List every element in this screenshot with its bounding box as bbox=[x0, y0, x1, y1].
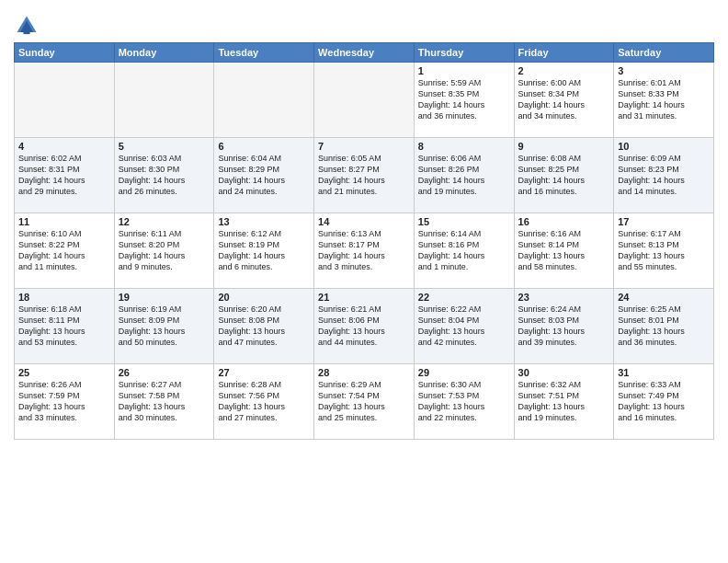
week-row-2: 4Sunrise: 6:02 AM Sunset: 8:31 PM Daylig… bbox=[15, 138, 714, 213]
calendar-cell: 14Sunrise: 6:13 AM Sunset: 8:17 PM Dayli… bbox=[314, 213, 415, 289]
svg-rect-2 bbox=[24, 31, 30, 35]
day-number: 7 bbox=[318, 141, 410, 152]
day-info: Sunrise: 6:05 AM Sunset: 8:27 PM Dayligh… bbox=[318, 153, 410, 198]
day-number: 24 bbox=[618, 292, 710, 303]
calendar-cell: 10Sunrise: 6:09 AM Sunset: 8:23 PM Dayli… bbox=[614, 138, 714, 213]
calendar-cell: 18Sunrise: 6:18 AM Sunset: 8:11 PM Dayli… bbox=[15, 289, 115, 364]
day-number: 28 bbox=[318, 367, 410, 378]
day-number: 21 bbox=[318, 292, 410, 303]
calendar-cell: 15Sunrise: 6:14 AM Sunset: 8:16 PM Dayli… bbox=[414, 213, 514, 289]
calendar-cell: 26Sunrise: 6:27 AM Sunset: 7:58 PM Dayli… bbox=[114, 364, 214, 440]
calendar-cell: 7Sunrise: 6:05 AM Sunset: 8:27 PM Daylig… bbox=[314, 138, 415, 213]
day-info: Sunrise: 6:18 AM Sunset: 8:11 PM Dayligh… bbox=[18, 304, 110, 349]
day-number: 31 bbox=[618, 367, 710, 378]
day-info: Sunrise: 6:00 AM Sunset: 8:34 PM Dayligh… bbox=[518, 77, 610, 122]
day-info: Sunrise: 6:24 AM Sunset: 8:03 PM Dayligh… bbox=[518, 304, 610, 349]
week-row-1: 1Sunrise: 5:59 AM Sunset: 8:35 PM Daylig… bbox=[15, 63, 714, 138]
calendar-cell: 25Sunrise: 6:26 AM Sunset: 7:59 PM Dayli… bbox=[15, 364, 115, 440]
day-number: 4 bbox=[18, 141, 110, 152]
day-info: Sunrise: 6:17 AM Sunset: 8:13 PM Dayligh… bbox=[618, 228, 710, 273]
day-number: 26 bbox=[119, 367, 210, 378]
day-number: 10 bbox=[618, 141, 710, 152]
day-info: Sunrise: 6:26 AM Sunset: 7:59 PM Dayligh… bbox=[18, 379, 110, 424]
day-info: Sunrise: 6:08 AM Sunset: 8:25 PM Dayligh… bbox=[518, 153, 610, 198]
day-info: Sunrise: 6:19 AM Sunset: 8:09 PM Dayligh… bbox=[119, 304, 210, 349]
weekday-header-monday: Monday bbox=[114, 43, 214, 63]
day-info: Sunrise: 6:06 AM Sunset: 8:26 PM Dayligh… bbox=[418, 153, 510, 198]
calendar-cell: 24Sunrise: 6:25 AM Sunset: 8:01 PM Dayli… bbox=[614, 289, 714, 364]
day-number: 8 bbox=[418, 141, 510, 152]
day-number: 25 bbox=[18, 367, 110, 378]
weekday-header-wednesday: Wednesday bbox=[314, 43, 415, 63]
day-info: Sunrise: 6:14 AM Sunset: 8:16 PM Dayligh… bbox=[418, 228, 510, 273]
calendar-cell: 8Sunrise: 6:06 AM Sunset: 8:26 PM Daylig… bbox=[414, 138, 514, 213]
calendar-cell: 28Sunrise: 6:29 AM Sunset: 7:54 PM Dayli… bbox=[314, 364, 415, 440]
week-row-5: 25Sunrise: 6:26 AM Sunset: 7:59 PM Dayli… bbox=[15, 364, 714, 440]
day-info: Sunrise: 6:11 AM Sunset: 8:20 PM Dayligh… bbox=[119, 228, 210, 273]
calendar-cell: 31Sunrise: 6:33 AM Sunset: 7:49 PM Dayli… bbox=[614, 364, 714, 440]
day-info: Sunrise: 6:25 AM Sunset: 8:01 PM Dayligh… bbox=[618, 304, 710, 349]
day-info: Sunrise: 6:09 AM Sunset: 8:23 PM Dayligh… bbox=[618, 153, 710, 198]
day-info: Sunrise: 6:30 AM Sunset: 7:53 PM Dayligh… bbox=[418, 379, 510, 424]
calendar-cell: 21Sunrise: 6:21 AM Sunset: 8:06 PM Dayli… bbox=[314, 289, 415, 364]
day-number: 5 bbox=[119, 141, 210, 152]
day-number: 30 bbox=[518, 367, 610, 378]
logo bbox=[14, 13, 41, 39]
day-info: Sunrise: 6:16 AM Sunset: 8:14 PM Dayligh… bbox=[518, 228, 610, 273]
calendar-cell: 19Sunrise: 6:19 AM Sunset: 8:09 PM Dayli… bbox=[114, 289, 214, 364]
day-info: Sunrise: 6:22 AM Sunset: 8:04 PM Dayligh… bbox=[418, 304, 510, 349]
day-info: Sunrise: 6:10 AM Sunset: 8:22 PM Dayligh… bbox=[18, 228, 110, 273]
week-row-4: 18Sunrise: 6:18 AM Sunset: 8:11 PM Dayli… bbox=[15, 289, 714, 364]
calendar-cell: 13Sunrise: 6:12 AM Sunset: 8:19 PM Dayli… bbox=[214, 213, 314, 289]
day-info: Sunrise: 6:32 AM Sunset: 7:51 PM Dayligh… bbox=[518, 379, 610, 424]
weekday-row: SundayMondayTuesdayWednesdayThursdayFrid… bbox=[15, 43, 714, 63]
day-number: 9 bbox=[518, 141, 610, 152]
day-number: 2 bbox=[518, 65, 610, 76]
week-row-3: 11Sunrise: 6:10 AM Sunset: 8:22 PM Dayli… bbox=[15, 213, 714, 289]
logo-icon bbox=[14, 13, 40, 39]
calendar-table: SundayMondayTuesdayWednesdayThursdayFrid… bbox=[14, 42, 714, 440]
calendar-cell: 16Sunrise: 6:16 AM Sunset: 8:14 PM Dayli… bbox=[514, 213, 614, 289]
calendar-header: SundayMondayTuesdayWednesdayThursdayFrid… bbox=[15, 43, 714, 63]
day-number: 18 bbox=[18, 292, 110, 303]
day-number: 15 bbox=[418, 216, 510, 227]
calendar-cell: 9Sunrise: 6:08 AM Sunset: 8:25 PM Daylig… bbox=[514, 138, 614, 213]
day-number: 13 bbox=[218, 216, 310, 227]
day-number: 27 bbox=[218, 367, 310, 378]
calendar-cell bbox=[214, 63, 314, 138]
header bbox=[14, 9, 714, 39]
day-number: 29 bbox=[418, 367, 510, 378]
day-info: Sunrise: 6:12 AM Sunset: 8:19 PM Dayligh… bbox=[218, 228, 310, 273]
day-number: 12 bbox=[119, 216, 210, 227]
day-number: 1 bbox=[418, 65, 510, 76]
day-info: Sunrise: 6:28 AM Sunset: 7:56 PM Dayligh… bbox=[218, 379, 310, 424]
calendar-cell: 6Sunrise: 6:04 AM Sunset: 8:29 PM Daylig… bbox=[214, 138, 314, 213]
weekday-header-friday: Friday bbox=[514, 43, 614, 63]
calendar-cell bbox=[114, 63, 214, 138]
day-info: Sunrise: 6:01 AM Sunset: 8:33 PM Dayligh… bbox=[618, 77, 710, 122]
day-info: Sunrise: 6:29 AM Sunset: 7:54 PM Dayligh… bbox=[318, 379, 410, 424]
calendar-cell bbox=[314, 63, 415, 138]
calendar-cell: 4Sunrise: 6:02 AM Sunset: 8:31 PM Daylig… bbox=[15, 138, 115, 213]
day-number: 16 bbox=[518, 216, 610, 227]
day-number: 3 bbox=[618, 65, 710, 76]
day-info: Sunrise: 6:03 AM Sunset: 8:30 PM Dayligh… bbox=[119, 153, 210, 198]
calendar-cell: 3Sunrise: 6:01 AM Sunset: 8:33 PM Daylig… bbox=[614, 63, 714, 138]
day-number: 23 bbox=[518, 292, 610, 303]
calendar-cell: 29Sunrise: 6:30 AM Sunset: 7:53 PM Dayli… bbox=[414, 364, 514, 440]
day-info: Sunrise: 5:59 AM Sunset: 8:35 PM Dayligh… bbox=[418, 77, 510, 122]
day-number: 22 bbox=[418, 292, 510, 303]
calendar-cell: 2Sunrise: 6:00 AM Sunset: 8:34 PM Daylig… bbox=[514, 63, 614, 138]
weekday-header-tuesday: Tuesday bbox=[214, 43, 314, 63]
calendar-cell: 27Sunrise: 6:28 AM Sunset: 7:56 PM Dayli… bbox=[214, 364, 314, 440]
calendar-cell: 1Sunrise: 5:59 AM Sunset: 8:35 PM Daylig… bbox=[414, 63, 514, 138]
day-number: 14 bbox=[318, 216, 410, 227]
calendar-cell bbox=[15, 63, 115, 138]
calendar-cell: 30Sunrise: 6:32 AM Sunset: 7:51 PM Dayli… bbox=[514, 364, 614, 440]
day-number: 20 bbox=[218, 292, 310, 303]
weekday-header-thursday: Thursday bbox=[414, 43, 514, 63]
day-number: 6 bbox=[218, 141, 310, 152]
weekday-header-sunday: Sunday bbox=[15, 43, 115, 63]
calendar-body: 1Sunrise: 5:59 AM Sunset: 8:35 PM Daylig… bbox=[15, 63, 714, 440]
day-info: Sunrise: 6:27 AM Sunset: 7:58 PM Dayligh… bbox=[119, 379, 210, 424]
